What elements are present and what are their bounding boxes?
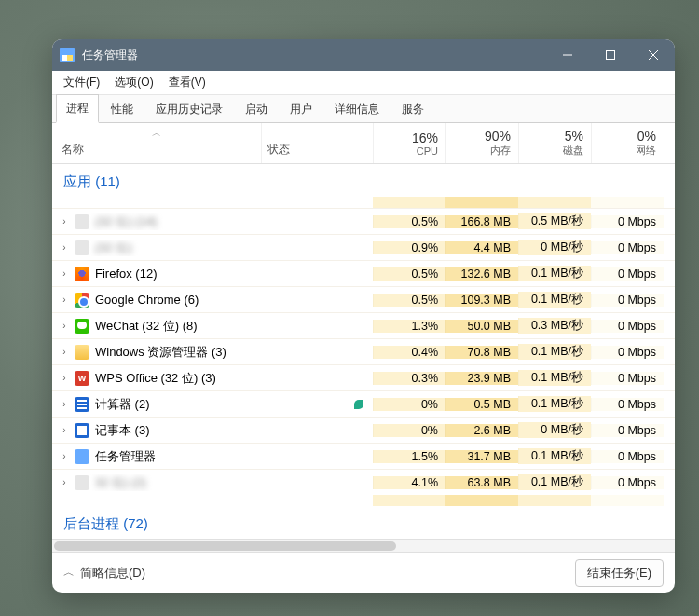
tab-processes[interactable]: 进程 <box>56 94 99 123</box>
process-row[interactable]: ›WeChat (32 位) (8)1.3%50.0 MB0.3 MB/秒0 M… <box>52 312 675 338</box>
process-row[interactable]: ›Windows 资源管理器 (3)0.4%70.8 MB0.1 MB/秒0 M… <box>52 338 675 364</box>
expand-icon[interactable]: › <box>58 399 71 409</box>
cell-cpu: 0% <box>373 424 445 437</box>
process-list[interactable]: 应用 (11) ›(32 位) (14)0.5%166.8 MB0.5 MB/秒… <box>52 164 675 539</box>
folder-icon <box>75 345 89 360</box>
cell-mem: 109.3 MB <box>445 294 518 307</box>
header-disk[interactable]: 5% 磁盘 <box>518 123 591 163</box>
expand-icon[interactable]: › <box>58 242 71 253</box>
expand-icon[interactable]: › <box>58 268 71 279</box>
cell-cpu: 0.5% <box>373 215 445 228</box>
cell-net: 0 Mbps <box>591 320 664 333</box>
expand-icon[interactable]: › <box>58 294 71 305</box>
tab-users[interactable]: 用户 <box>280 95 322 122</box>
header-name-label: 名称 <box>62 142 84 157</box>
cell-disk: 0.1 MB/秒 <box>518 474 591 490</box>
cell-cpu: 4.1% <box>373 476 445 489</box>
process-row[interactable]: ›计算器 (2)0%0.5 MB0.1 MB/秒0 Mbps <box>52 390 675 417</box>
tab-details[interactable]: 详细信息 <box>324 95 390 122</box>
expand-icon[interactable]: › <box>58 425 71 435</box>
cell-disk: 0.1 MB/秒 <box>518 344 591 360</box>
process-row[interactable]: ›(32 位) (14)0.5%166.8 MB0.5 MB/秒0 Mbps <box>52 208 675 234</box>
expand-icon[interactable]: › <box>58 373 71 383</box>
process-row[interactable]: ›32 位) (2)4.1%63.8 MB0.1 MB/秒0 Mbps <box>52 469 675 495</box>
chrome-icon <box>75 293 89 308</box>
blank-icon <box>75 240 89 255</box>
cell-mem: 0.5 MB <box>445 398 518 411</box>
group-apps[interactable]: 应用 (11) <box>52 164 675 197</box>
expand-icon[interactable]: › <box>58 321 71 331</box>
process-row[interactable]: ›Firefox (12)0.5%132.6 MB0.1 MB/秒0 Mbps <box>52 260 675 286</box>
cell-net: 0 Mbps <box>591 476 664 489</box>
tab-performance[interactable]: 性能 <box>101 95 144 122</box>
chevron-up-icon: ︿ <box>63 565 75 581</box>
end-task-button[interactable]: 结束任务(E) <box>575 559 664 587</box>
menubar: 文件(F) 选项(O) 查看(V) <box>52 71 675 95</box>
titlebar[interactable]: 任务管理器 <box>52 39 675 71</box>
header-net[interactable]: 0% 网络 <box>591 123 664 163</box>
process-row[interactable]: ›任务管理器1.5%31.7 MB0.1 MB/秒0 Mbps <box>52 443 675 469</box>
cell-mem: 2.6 MB <box>445 424 518 437</box>
menu-file[interactable]: 文件(F) <box>56 72 107 93</box>
cell-net: 0 Mbps <box>591 424 664 437</box>
cell-cpu: 0% <box>373 398 445 411</box>
fewer-details-button[interactable]: ︿ 简略信息(D) <box>63 565 145 582</box>
cell-disk: 0 MB/秒 <box>518 240 591 255</box>
cell-mem: 63.8 MB <box>445 476 518 489</box>
expand-icon[interactable]: › <box>58 216 71 226</box>
tab-startup[interactable]: 启动 <box>235 95 278 122</box>
cell-net: 0 Mbps <box>591 241 664 254</box>
cell-net: 0 Mbps <box>591 398 664 411</box>
process-row[interactable]: ›记事本 (3)0%2.6 MB0 MB/秒0 Mbps <box>52 417 675 443</box>
header-cpu-label: CPU <box>417 145 438 157</box>
cell-mem: 70.8 MB <box>445 346 518 359</box>
group-background[interactable]: 后台进程 (72) <box>52 506 675 539</box>
process-row[interactable]: ›WWPS Office (32 位) (3)0.3%23.9 MB0.1 MB… <box>52 364 675 390</box>
cell-net: 0 Mbps <box>591 267 664 281</box>
header-status[interactable]: 状态 <box>261 123 373 163</box>
minimize-button[interactable] <box>546 39 589 71</box>
expand-icon[interactable]: › <box>58 451 71 461</box>
expand-icon[interactable]: › <box>58 347 71 357</box>
expand-icon[interactable]: › <box>58 477 71 487</box>
header-net-label: 网络 <box>636 144 656 157</box>
header-cpu[interactable]: 16% CPU <box>373 123 445 163</box>
cell-mem: 31.7 MB <box>445 450 518 463</box>
cell-cpu: 0.9% <box>373 241 445 254</box>
header-disk-pct: 5% <box>565 129 583 144</box>
process-name: Google Chrome (6) <box>95 293 199 307</box>
cell-mem: 4.4 MB <box>445 241 518 254</box>
header-name[interactable]: ︿ 名称 <box>52 123 261 163</box>
header-cpu-pct: 16% <box>412 130 438 145</box>
suspended-icon <box>354 400 363 409</box>
notepad-icon <box>75 423 89 438</box>
column-headers: ︿ 名称 状态 16% CPU 90% 内存 5% 磁盘 0% 网络 <box>52 123 675 164</box>
horizontal-scrollbar[interactable] <box>52 539 675 552</box>
menu-options[interactable]: 选项(O) <box>107 72 160 93</box>
cell-disk: 0.1 MB/秒 <box>518 370 591 386</box>
process-row[interactable]: ›(32 位)0.9%4.4 MB0 MB/秒0 Mbps <box>52 234 675 260</box>
process-name: Windows 资源管理器 (3) <box>95 344 226 361</box>
blank-icon <box>75 475 89 490</box>
cell-mem: 132.6 MB <box>445 267 518 281</box>
tab-app-history[interactable]: 应用历史记录 <box>145 95 233 122</box>
cell-net: 0 Mbps <box>591 346 664 359</box>
process-row[interactable]: ›Google Chrome (6)0.5%109.3 MB0.1 MB/秒0 … <box>52 286 675 312</box>
cell-cpu: 0.5% <box>373 294 445 307</box>
close-button[interactable] <box>632 39 675 71</box>
maximize-button[interactable] <box>589 39 632 71</box>
cell-mem: 23.9 MB <box>445 372 518 385</box>
menu-view[interactable]: 查看(V) <box>161 72 213 93</box>
tabbar: 进程 性能 应用历史记录 启动 用户 详细信息 服务 <box>52 95 675 123</box>
scrollbar-thumb[interactable] <box>54 541 396 551</box>
header-mem-pct: 90% <box>485 129 511 144</box>
header-mem[interactable]: 90% 内存 <box>445 123 518 163</box>
fewer-details-label: 简略信息(D) <box>80 565 145 582</box>
tab-services[interactable]: 服务 <box>391 95 434 122</box>
calc-icon <box>75 397 89 412</box>
blank-icon <box>75 214 89 229</box>
process-name: WPS Office (32 位) (3) <box>95 370 216 387</box>
cell-disk: 0.1 MB/秒 <box>518 292 591 308</box>
task-manager-window: 任务管理器 文件(F) 选项(O) 查看(V) 进程 性能 应用历史记录 启动 … <box>52 39 675 593</box>
app-icon <box>60 48 75 62</box>
